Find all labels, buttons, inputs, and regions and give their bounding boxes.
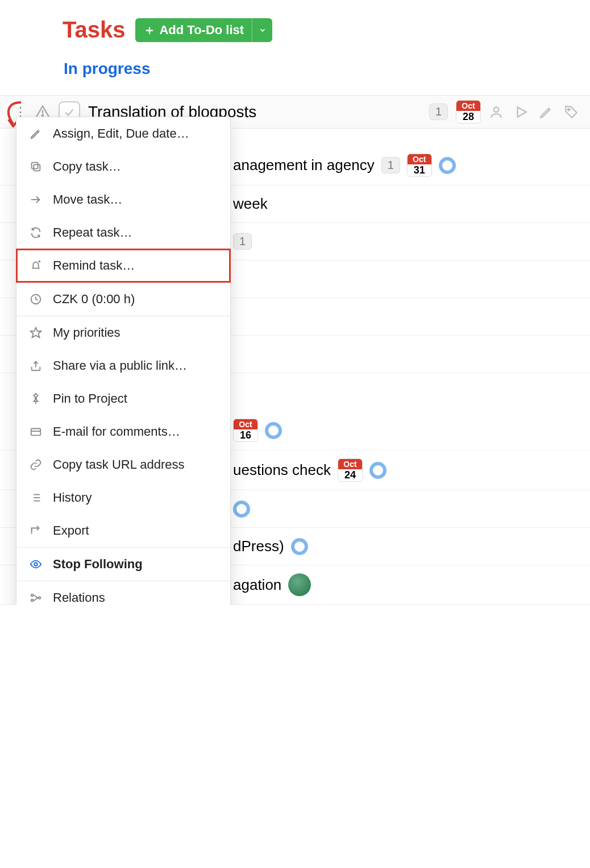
chevron-down-icon bbox=[259, 26, 267, 34]
page-header: Tasks ＋ Add To-Do list In progress bbox=[0, 0, 590, 95]
add-todo-button-label: Add To-Do list bbox=[159, 23, 244, 38]
due-day: 28 bbox=[456, 111, 480, 123]
link-icon bbox=[29, 458, 43, 471]
task-text-fragment: week bbox=[233, 195, 268, 213]
eye-icon bbox=[29, 558, 43, 571]
menu-my-priorities[interactable]: My priorities bbox=[16, 316, 230, 349]
tag-icon[interactable] bbox=[564, 105, 579, 119]
menu-remind-task[interactable]: Remind task… bbox=[16, 249, 230, 282]
svg-rect-14 bbox=[31, 429, 41, 436]
svg-point-25 bbox=[31, 600, 34, 602]
menu-share-link[interactable]: Share via a public link… bbox=[16, 349, 230, 382]
menu-label: CZK 0 (0:00 h) bbox=[53, 292, 135, 307]
menu-label: E-mail for comments… bbox=[53, 424, 180, 439]
pin-icon bbox=[29, 392, 43, 405]
menu-label: Export bbox=[53, 523, 89, 538]
page-title: Tasks bbox=[63, 17, 125, 43]
menu-label: Remind task… bbox=[53, 258, 135, 273]
avatar[interactable] bbox=[288, 573, 311, 596]
menu-label: History bbox=[53, 490, 92, 505]
menu-assign-edit[interactable]: Assign, Edit, Due date… bbox=[16, 117, 230, 150]
due-date-chip[interactable]: Oct 28 bbox=[456, 100, 481, 123]
status-ring-icon[interactable] bbox=[369, 462, 387, 479]
menu-email-comments[interactable]: E-mail for comments… bbox=[16, 415, 230, 448]
menu-stop-following[interactable]: Stop Following bbox=[16, 548, 230, 581]
svg-point-4 bbox=[568, 109, 570, 110]
svg-point-26 bbox=[39, 597, 41, 599]
mail-icon bbox=[29, 425, 43, 438]
task-count-badge: 1 bbox=[429, 104, 448, 120]
menu-export[interactable]: Export bbox=[16, 514, 230, 547]
menu-relations[interactable]: Relations bbox=[16, 581, 230, 605]
assignee-icon[interactable] bbox=[489, 105, 504, 119]
pencil-icon[interactable] bbox=[539, 105, 554, 119]
share-icon bbox=[29, 359, 43, 372]
task-count-badge: 1 bbox=[381, 157, 400, 173]
task-text-fragment: agation bbox=[233, 576, 281, 594]
task-toolbar bbox=[489, 105, 590, 119]
svg-marker-3 bbox=[518, 107, 526, 117]
repeat-icon bbox=[29, 226, 43, 239]
task-text-fragment: uestions check bbox=[233, 461, 331, 479]
clock-icon bbox=[29, 293, 43, 305]
add-todo-caret-button[interactable] bbox=[252, 18, 272, 42]
section-label[interactable]: In progress bbox=[63, 43, 579, 89]
copy-icon bbox=[29, 160, 43, 173]
pencil-icon bbox=[29, 127, 43, 140]
menu-history[interactable]: History bbox=[16, 481, 230, 514]
status-ring-icon[interactable] bbox=[233, 501, 250, 518]
status-ring-icon[interactable] bbox=[291, 538, 308, 555]
list-icon bbox=[29, 491, 43, 504]
due-month: Oct bbox=[456, 101, 480, 111]
menu-copy-task[interactable]: Copy task… bbox=[16, 150, 230, 183]
status-ring-icon[interactable] bbox=[265, 422, 282, 439]
plus-icon: ＋ bbox=[143, 24, 156, 36]
star-icon bbox=[29, 326, 43, 339]
relations-icon bbox=[29, 592, 43, 604]
svg-point-24 bbox=[31, 594, 34, 597]
arrow-right-icon bbox=[29, 193, 43, 206]
svg-marker-11 bbox=[31, 328, 41, 337]
export-icon bbox=[29, 524, 43, 537]
menu-label: Relations bbox=[53, 590, 105, 605]
play-icon[interactable] bbox=[514, 105, 529, 119]
status-ring-icon[interactable] bbox=[439, 157, 456, 174]
menu-label: Assign, Edit, Due date… bbox=[53, 126, 189, 141]
menu-label: Stop Following bbox=[53, 557, 143, 572]
svg-rect-5 bbox=[34, 164, 40, 171]
menu-label: Share via a public link… bbox=[53, 358, 187, 373]
bell-plus-icon bbox=[29, 259, 43, 272]
svg-point-2 bbox=[494, 107, 499, 112]
task-text-fragment: dPress) bbox=[233, 538, 284, 555]
menu-czk-time[interactable]: CZK 0 (0:00 h) bbox=[16, 283, 230, 316]
menu-label: Repeat task… bbox=[53, 225, 132, 240]
task-count-badge: 1 bbox=[233, 233, 252, 250]
task-text-fragment: anagement in agency bbox=[233, 156, 375, 174]
menu-label: Pin to Project bbox=[53, 391, 127, 406]
menu-copy-url[interactable]: Copy task URL address bbox=[16, 448, 230, 481]
svg-point-1 bbox=[42, 114, 43, 115]
menu-label: My priorities bbox=[53, 325, 121, 340]
svg-rect-6 bbox=[32, 163, 38, 169]
menu-move-task[interactable]: Move task… bbox=[16, 183, 230, 216]
add-todo-button-group: ＋ Add To-Do list bbox=[135, 18, 272, 42]
menu-repeat-task[interactable]: Repeat task… bbox=[16, 216, 230, 249]
add-todo-button[interactable]: ＋ Add To-Do list bbox=[135, 18, 252, 42]
task-context-menu: Assign, Edit, Due date… Copy task… Move … bbox=[16, 117, 231, 605]
menu-pin-project[interactable]: Pin to Project bbox=[16, 382, 230, 415]
menu-label: Move task… bbox=[53, 192, 122, 207]
menu-label: Copy task URL address bbox=[53, 457, 185, 472]
due-date-chip[interactable]: Oct 16 bbox=[233, 419, 258, 442]
svg-point-23 bbox=[34, 563, 38, 566]
due-date-chip[interactable]: Oct 31 bbox=[407, 154, 432, 177]
due-date-chip[interactable]: Oct 24 bbox=[338, 458, 363, 482]
menu-label: Copy task… bbox=[53, 159, 121, 174]
